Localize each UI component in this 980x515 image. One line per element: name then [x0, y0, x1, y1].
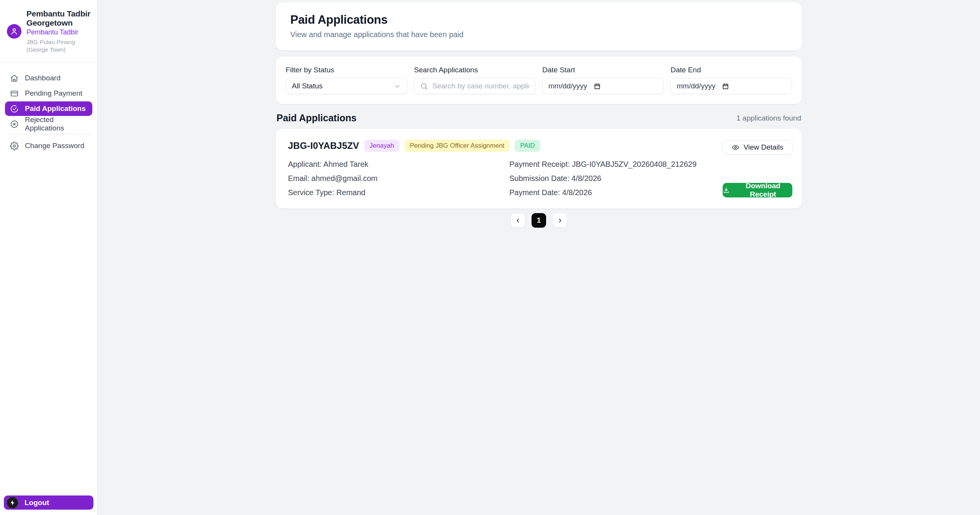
- sidebar-item-rejected-applications[interactable]: Rejected Applications: [5, 117, 92, 131]
- sidebar-bottom: Logout: [0, 495, 97, 515]
- search-box: [414, 78, 535, 94]
- x-circle-icon: [10, 120, 19, 129]
- payment-date-detail: Payment Date: 4/8/2026: [509, 187, 715, 198]
- date-start-input[interactable]: mm/dd/yyyy: [542, 78, 664, 94]
- previous-page-button[interactable]: [510, 213, 525, 228]
- status-select-value: All Status: [292, 82, 322, 90]
- application-details: Applicant: Ahmed Tarek Payment Receipt: …: [288, 159, 715, 198]
- download-icon: [723, 186, 730, 194]
- date-start-label: Date Start: [542, 66, 664, 74]
- search-icon: [420, 82, 428, 90]
- sidebar-item-pending-payment[interactable]: Pending Payment: [5, 86, 92, 101]
- sidebar-item-label: Change Password: [25, 142, 84, 150]
- user-profile: Pembantu Tadbir Georgetown Pembantu Tadb…: [0, 0, 97, 62]
- application-info: JBG-I0YABJ5ZV Jenayah Pending JBG Office…: [288, 140, 715, 198]
- date-start-placeholder: mm/dd/yyyy: [548, 82, 587, 90]
- sidebar-item-paid-applications[interactable]: Paid Applications: [5, 101, 92, 116]
- search-input[interactable]: [432, 82, 529, 90]
- list-section-title: Paid Applications: [276, 112, 357, 124]
- home-icon: [10, 74, 19, 83]
- search-field: Search Applications: [414, 66, 535, 94]
- chevron-left-icon: [515, 217, 521, 224]
- status-filter-label: Filter by Status: [286, 66, 407, 74]
- date-end-field: Date End mm/dd/yyyy: [671, 66, 792, 94]
- status-filter-field: Filter by Status All Status: [286, 66, 407, 94]
- search-label: Search Applications: [414, 66, 535, 74]
- eye-icon: [731, 143, 739, 152]
- check-circle-icon: [10, 104, 19, 113]
- credit-card-icon: [10, 89, 19, 98]
- sidebar-item-label: Pending Payment: [25, 89, 82, 98]
- application-card: JBG-I0YABJ5ZV Jenayah Pending JBG Office…: [276, 129, 802, 209]
- calendar-icon[interactable]: [722, 83, 729, 90]
- devtools-lightning-button[interactable]: [7, 497, 18, 508]
- sidebar-item-dashboard[interactable]: Dashboard: [5, 71, 92, 85]
- payment-receipt-detail: Payment Receipt: JBG-I0YABJ5ZV_20260408_…: [509, 159, 715, 169]
- sidebar-item-change-password[interactable]: Change Password: [5, 139, 92, 153]
- page-1-button[interactable]: 1: [532, 213, 546, 228]
- chevron-right-icon: [557, 217, 563, 224]
- submission-date-detail: Submission Date: 4/8/2026: [509, 173, 715, 184]
- calendar-icon[interactable]: [594, 83, 601, 90]
- person-icon: [10, 27, 19, 36]
- content-column: Paid Applications View and manage applic…: [276, 0, 802, 515]
- view-details-label: View Details: [743, 143, 783, 152]
- avatar: [7, 24, 21, 39]
- page-header-card: Paid Applications View and manage applic…: [276, 2, 802, 51]
- filters-card: Filter by Status All Status Search Appli…: [276, 57, 802, 104]
- sidebar-item-label: Dashboard: [25, 74, 61, 82]
- chevron-down-icon: [394, 83, 401, 90]
- view-details-button[interactable]: View Details: [723, 140, 792, 155]
- payment-status-badge: PAID: [515, 140, 540, 152]
- application-actions: View Details Download Receipt: [723, 140, 792, 198]
- workflow-status-badge: Pending JBG Officer Assignment: [404, 140, 510, 152]
- user-role: Pembantu Tadbir: [26, 28, 91, 36]
- download-receipt-button[interactable]: Download Receipt: [723, 183, 792, 197]
- date-end-label: Date End: [671, 66, 792, 74]
- page-title: Paid Applications: [290, 13, 787, 27]
- sidebar-item-label: Rejected Applications: [25, 116, 87, 132]
- pagination: 1: [276, 213, 802, 228]
- download-receipt-label: Download Receipt: [734, 182, 792, 199]
- filter-row: Filter by Status All Status Search Appli…: [286, 66, 792, 94]
- page-subtitle: View and manage applications that have b…: [290, 30, 787, 39]
- list-section-header: Paid Applications 1 applications found: [276, 112, 802, 124]
- user-meta: Pembantu Tadbir Georgetown Pembantu Tadb…: [26, 9, 91, 54]
- applicant-detail: Applicant: Ahmed Tarek: [288, 159, 509, 169]
- sidebar: Pembantu Tadbir Georgetown Pembantu Tadb…: [0, 0, 98, 515]
- logout-button[interactable]: Logout: [4, 495, 93, 510]
- sidebar-item-label: Paid Applications: [25, 104, 86, 113]
- status-select[interactable]: All Status: [286, 78, 407, 94]
- results-count: 1 applications found: [736, 114, 801, 122]
- category-badge: Jenayah: [364, 140, 399, 152]
- application-title-row: JBG-I0YABJ5ZV Jenayah Pending JBG Office…: [288, 140, 715, 152]
- date-end-input[interactable]: mm/dd/yyyy: [671, 78, 792, 94]
- sidebar-divider: [6, 134, 91, 134]
- next-page-button[interactable]: [553, 213, 567, 228]
- lightning-icon: [9, 499, 16, 506]
- date-end-placeholder: mm/dd/yyyy: [677, 82, 715, 90]
- main-area: Paid Applications View and manage applic…: [98, 0, 980, 515]
- user-name: Pembantu Tadbir Georgetown: [26, 9, 91, 27]
- sidebar-nav: Dashboard Pending Payment Paid Applicati…: [0, 62, 97, 154]
- user-organization: JBG Pulau Pinang (George Town): [26, 38, 91, 54]
- case-number: JBG-I0YABJ5ZV: [288, 140, 359, 151]
- app-root: Pembantu Tadbir Georgetown Pembantu Tadb…: [0, 0, 980, 515]
- date-start-field: Date Start mm/dd/yyyy: [542, 66, 664, 94]
- logout-label: Logout: [25, 499, 49, 507]
- email-detail: Email: ahmed@gmail.com: [288, 173, 509, 184]
- gear-icon: [10, 142, 19, 150]
- service-type-detail: Service Type: Remand: [288, 187, 509, 198]
